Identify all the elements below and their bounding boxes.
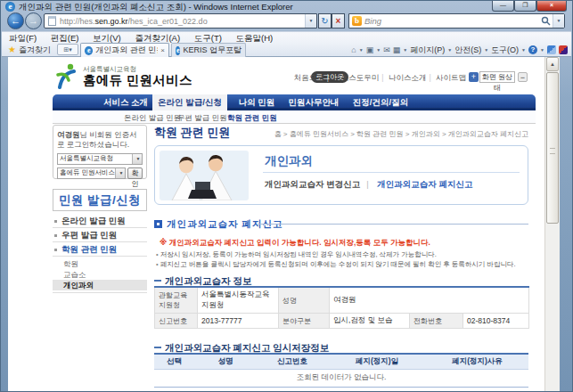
saved-report-table: 선택 성명 신고번호 폐지(정지)일 폐지(정지)사유 조회된 데이터가 없습니…: [154, 353, 528, 388]
value-cell: 02-810-8374: [463, 314, 529, 329]
login-status-text: 여경원님 비회원 인증서로 로그인하셨습니다.: [57, 130, 143, 151]
category-title: 개인과외: [265, 153, 313, 169]
title-bar: e 개인과외 관련 민원(개인과외 폐소신고 조회) - Windows Int…: [1, 1, 572, 12]
table-row: 관할교육지원청 서울특별시동작교육지원청 성명 여경원: [155, 287, 529, 314]
command-bar: ⌂▼ ▣▼ ✉ ▦▼ 페이지(P)▼ 안전(S)▼ 도구(O)▼ ?▼: [351, 44, 568, 56]
utility-links: 처음으로| 나이스도우미| 나이스소개| 사이트맵: [294, 73, 466, 84]
sidebar-subitem-hakwon[interactable]: 학원: [53, 258, 147, 269]
search-dropdown-button[interactable]: ▼: [553, 14, 564, 28]
people-addon-icon[interactable]: [547, 45, 556, 54]
page-menu-button[interactable]: 페이지(P): [410, 45, 445, 56]
sidebar-menu: 온라인 발급 민원 우편 발급 민원 학원 관련 민원: [53, 214, 147, 257]
label-cell: 전화번호: [410, 314, 463, 329]
stop-button[interactable]: ×: [332, 13, 345, 29]
col-close-date: 폐지(정지)일: [328, 354, 426, 369]
close-button[interactable]: ×: [536, 1, 567, 12]
link-neis-helper[interactable]: 나이스도우미: [333, 73, 379, 82]
nav-online-issue[interactable]: 온라인 발급/신청: [152, 94, 227, 110]
scrollbar[interactable]: ▲: [544, 57, 560, 392]
chevron-down-icon: ▼: [115, 168, 125, 178]
link-home[interactable]: 처음으로: [294, 73, 324, 82]
seoul-education-logo-icon[interactable]: [56, 62, 79, 93]
browser-window: e 개인과외 관련 민원(개인과외 폐소신고 조회) - Windows Int…: [0, 0, 573, 392]
nav-service-intro[interactable]: 서비스 소개: [101, 94, 151, 110]
sidebar-item-postal[interactable]: 우편 발급 민원: [53, 228, 147, 242]
address-dropdown-button[interactable]: ▼: [305, 14, 316, 28]
favorites-button[interactable]: 즐겨찾기: [19, 45, 51, 56]
link-neis-intro[interactable]: 나이스소개: [389, 73, 427, 82]
sidebar-item-hakwon[interactable]: 학원 관련 민원: [53, 242, 147, 257]
sidebar-subitem-gaeinkwaoe[interactable]: 개인과외: [53, 280, 147, 290]
subnav-hakwon[interactable]: 학원 관련 민원: [227, 113, 277, 124]
home-icon[interactable]: ⌂: [351, 45, 356, 54]
org-select[interactable]: 서울특별시교육청▼: [57, 153, 143, 165]
star-icon[interactable]: ★: [8, 45, 16, 54]
feeds-icon[interactable]: ▣: [366, 45, 374, 54]
search-box[interactable]: b Bing ▼: [348, 13, 565, 29]
minimize-button[interactable]: —: [492, 1, 514, 12]
scroll-thumb[interactable]: [546, 72, 559, 224]
chevron-down-icon[interactable]: ▼: [403, 47, 407, 53]
zoom-plus-icon[interactable]: +: [469, 72, 479, 82]
tools-menu-button[interactable]: 도구(O): [491, 45, 519, 56]
label-cell: 분야구분: [279, 314, 330, 329]
login-info-box: 여경원님 비회원 인증서로 로그인하셨습니다. 서울특별시교육청▼ 홈에듀 민원…: [53, 125, 147, 179]
chevron-down-icon[interactable]: ▼: [376, 47, 381, 53]
sidebar-submenu: 학원 교습소 개인과외: [53, 258, 147, 293]
link-change-report[interactable]: 개인과외교습자 변경신고: [265, 179, 360, 189]
notice-bullet: 저장시 임시저장, 등록이 가능하며 임시저장된 내역인 경우 임시내역수정, …: [156, 250, 437, 259]
zoom-minus-icon[interactable]: −: [518, 72, 528, 82]
stop-icon: ×: [336, 16, 341, 26]
tab-close-icon[interactable]: ×: [160, 46, 165, 54]
divider: [263, 172, 520, 173]
breadcrumb[interactable]: 홈 > 홈에듀 민원서비스 > 학원 관련 민원 > 개인과외 > 개인과외교습…: [274, 129, 528, 139]
section-square-icon: [154, 220, 162, 228]
tab-keris[interactable]: e KERIS 업무포탈: [171, 43, 246, 57]
addon-icon[interactable]: [559, 45, 568, 54]
empty-message: 조회된 데이터가 없습니다.: [154, 369, 528, 387]
tab-active[interactable]: e 개인과외 관련 민원(개... ×: [80, 43, 169, 57]
scroll-up-button[interactable]: ▲: [546, 57, 559, 71]
forward-button[interactable]: →: [25, 12, 42, 29]
service-select[interactable]: 홈에듀 민원서비스▼: [57, 167, 126, 179]
notice-bullet: 폐지신고 버튼을 클릭시 담당자에게 등록신청되며 이후에는 수정이 되지 않기…: [156, 260, 515, 269]
search-icon[interactable]: [538, 13, 553, 29]
help-icon[interactable]: ?: [528, 45, 537, 54]
subnav-online[interactable]: 온라인 발급 민원: [124, 113, 181, 124]
address-bar[interactable]: http://hes.sen.go.kr/hes_ica_er01_022.do…: [44, 13, 317, 29]
back-button[interactable]: ←: [7, 12, 24, 29]
chevron-down-icon[interactable]: ▼: [359, 47, 364, 53]
chevron-down-icon: ▼: [132, 154, 142, 164]
menu-favorites[interactable]: 즐겨찾기(A): [135, 33, 180, 43]
refresh-button[interactable]: ↻: [318, 13, 332, 29]
nav-petition[interactable]: 진정/건의/질의: [348, 94, 413, 110]
sidebar-subitem-gyoseupso[interactable]: 교습소: [53, 269, 147, 280]
refresh-icon: ↻: [321, 16, 328, 26]
link-close-report[interactable]: 개인과외교습자 폐지신고: [377, 179, 472, 189]
sidebar-item-online[interactable]: 온라인 발급 민원: [53, 214, 147, 228]
quick-tabs-button[interactable]: ⊞▾: [57, 44, 78, 55]
site-title[interactable]: 홈에듀 민원서비스: [83, 72, 192, 89]
consultants-photo: [160, 151, 249, 200]
address-row: ← → http://hes.sen.go.kr/hes_ica_er01_02…: [1, 12, 572, 31]
label-cell: 신고번호: [155, 314, 198, 329]
col-report-no: 신고번호: [257, 354, 328, 369]
nav-minwon-guide[interactable]: 민원사무안내: [284, 94, 343, 110]
menu-help[interactable]: 도움말(H): [236, 33, 274, 43]
menu-file[interactable]: 파일(F): [9, 33, 37, 43]
menu-view[interactable]: 보기(V): [93, 33, 121, 43]
menu-edit[interactable]: 편집(E): [51, 33, 79, 43]
col-name: 성명: [194, 354, 257, 369]
subnav-postal[interactable]: 우편 발급 민원: [177, 113, 227, 124]
mail-icon[interactable]: ✉: [383, 45, 390, 54]
maximize-button[interactable]: ❐: [514, 1, 536, 12]
link-sitemap[interactable]: 사이트맵: [436, 73, 466, 82]
nav-my-minwon[interactable]: 나의 민원: [234, 94, 279, 110]
confirm-button[interactable]: 확인: [127, 167, 143, 179]
screen-reset-button[interactable]: 화면 원상태: [479, 71, 515, 83]
table-row: 신고번호 2013-77777 분야구분 입시,검정 및 보습 전화번호 02-…: [155, 314, 529, 329]
safety-menu-button[interactable]: 안전(S): [454, 45, 481, 56]
value-cell: 2013-77777: [198, 314, 279, 329]
menu-tools[interactable]: 도구(T): [194, 33, 222, 43]
print-icon[interactable]: ▦: [393, 45, 401, 54]
